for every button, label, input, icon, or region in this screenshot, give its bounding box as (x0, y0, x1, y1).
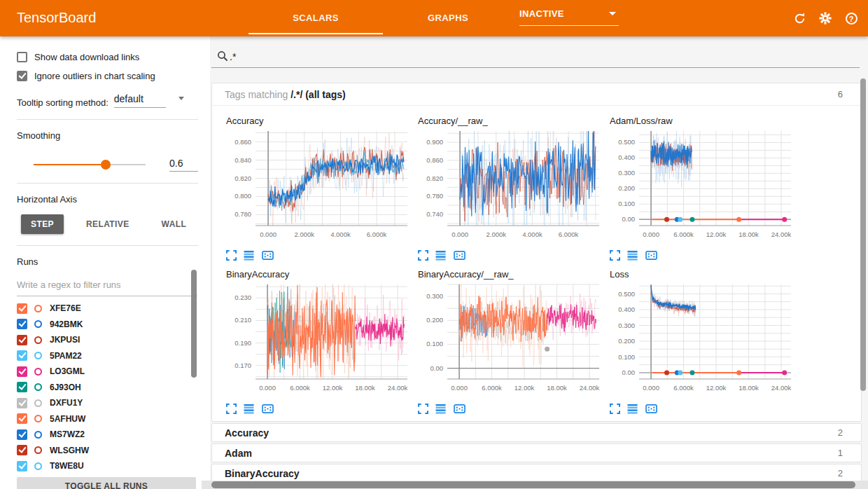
horizontal-scrollbar[interactable] (211, 481, 855, 488)
status-dropdown-value: INACTIVE (519, 8, 564, 19)
svg-text:0.840: 0.840 (234, 156, 251, 164)
expand-chart-icon[interactable] (226, 250, 237, 261)
axis-relative-button[interactable]: RELATIVE (76, 214, 139, 234)
svg-text:0.00: 0.00 (622, 369, 636, 376)
run-color-radio[interactable] (34, 399, 42, 407)
chart-title: BinaryAccuracy/__raw_ (418, 269, 608, 280)
run-name: T8WE8U (50, 461, 84, 471)
run-color-radio[interactable] (34, 383, 42, 391)
run-checkbox[interactable] (17, 319, 27, 329)
fit-domain-icon[interactable] (262, 404, 274, 414)
vertical-scrollbar[interactable] (860, 78, 866, 391)
expand-chart-icon[interactable] (226, 404, 237, 414)
expand-chart-icon[interactable] (610, 404, 620, 414)
slider-thumb[interactable] (101, 160, 111, 170)
run-checkbox[interactable] (17, 429, 27, 440)
run-checkbox[interactable] (17, 413, 27, 424)
section-binaryaccuracy[interactable]: BinaryAccuracy 2 (211, 464, 862, 483)
run-color-radio[interactable] (34, 462, 42, 470)
run-row[interactable]: WLSGHW (17, 443, 198, 459)
tooltip-sorting-label: Tooltip sorting method: (17, 97, 108, 108)
run-checkbox[interactable] (17, 366, 27, 377)
run-color-radio[interactable] (34, 431, 42, 439)
tooltip-sorting-dropdown[interactable]: default (114, 92, 166, 108)
svg-text:0.100: 0.100 (618, 353, 635, 361)
smoothing-slider[interactable] (34, 160, 146, 170)
toggle-y-axis-icon[interactable] (435, 404, 447, 414)
expand-chart-icon[interactable] (418, 250, 428, 261)
run-row[interactable]: MS7WZ2 (17, 427, 198, 443)
svg-text:2.000k: 2.000k (294, 230, 314, 238)
run-color-radio[interactable] (34, 446, 42, 454)
svg-text:0.000: 0.000 (260, 230, 276, 238)
run-checkbox[interactable] (17, 350, 27, 361)
main-content: Tags matching /.*/ (all tags) 6 Accuracy… (210, 36, 868, 489)
section-accuracy[interactable]: Accuracy 2 (211, 423, 862, 442)
svg-text:6.000k: 6.000k (673, 384, 694, 392)
fit-domain-icon[interactable] (645, 404, 657, 414)
tab-scalars[interactable]: SCALARS (248, 0, 383, 36)
run-checkbox[interactable] (17, 461, 27, 471)
tags-card-header[interactable]: Tags matching /.*/ (all tags) 6 (212, 83, 861, 106)
svg-text:0.200: 0.200 (426, 316, 443, 324)
run-filter-input[interactable] (17, 277, 197, 296)
tab-graphs[interactable]: GRAPHS (402, 0, 493, 36)
svg-text:6.000k: 6.000k (367, 230, 387, 238)
fit-domain-icon[interactable] (262, 250, 274, 261)
chart-title: Accuracy (226, 116, 416, 126)
run-checkbox[interactable] (17, 445, 27, 455)
run-row[interactable]: JKPUSI (17, 332, 198, 348)
section-adam[interactable]: Adam 1 (211, 443, 862, 462)
svg-text:0.170: 0.170 (234, 361, 251, 369)
run-row[interactable]: DXFU1Y (17, 395, 198, 411)
toggle-y-axis-icon[interactable] (244, 250, 255, 261)
svg-text:12.00k: 12.00k (706, 384, 727, 392)
show-download-links-checkbox[interactable]: Show data download links (17, 52, 198, 62)
run-row[interactable]: 942BMK (17, 317, 198, 333)
run-color-radio[interactable] (34, 320, 42, 328)
help-icon[interactable]: ? (844, 11, 858, 25)
run-color-radio[interactable] (34, 368, 42, 376)
run-row[interactable]: XFE76E (17, 301, 198, 317)
settings-sidebar: Show data download links Ignore outliers… (0, 36, 210, 489)
fit-domain-icon[interactable] (454, 250, 465, 261)
run-color-radio[interactable] (34, 415, 42, 422)
run-color-radio[interactable] (34, 305, 42, 312)
run-row[interactable]: T8WE8U (17, 458, 198, 473)
runs-scrollbar[interactable] (191, 270, 197, 378)
status-dropdown[interactable]: INACTIVE (519, 8, 619, 26)
svg-text:12.00k: 12.00k (514, 384, 535, 392)
settings-icon[interactable] (818, 11, 832, 25)
chart-plot: 0.5000.4000.3000.2000.1000.000.0006.000k… (608, 128, 794, 247)
run-checkbox[interactable] (17, 303, 27, 314)
axis-step-button[interactable]: STEP (21, 214, 64, 234)
tooltip-sorting-value: default (114, 93, 144, 104)
run-color-radio[interactable] (34, 352, 42, 359)
run-row[interactable]: LO3GML (17, 364, 198, 380)
tab-scalars-label: SCALARS (293, 13, 339, 23)
toggle-y-axis-icon[interactable] (627, 250, 638, 261)
toggle-all-runs-button[interactable]: TOGGLE ALL RUNS (17, 477, 196, 489)
toggle-y-axis-icon[interactable] (435, 250, 447, 261)
run-checkbox[interactable] (17, 335, 27, 345)
run-checkbox[interactable] (17, 398, 27, 408)
expand-chart-icon[interactable] (418, 404, 428, 414)
run-row[interactable]: 6J93OH (17, 380, 198, 396)
axis-wall-button[interactable]: WALL (152, 214, 197, 234)
smoothing-value-field[interactable]: 0.6 (169, 158, 198, 172)
run-row[interactable]: 5PAM22 (17, 348, 198, 364)
tag-filter-input[interactable] (230, 51, 510, 62)
svg-text:4.000k: 4.000k (522, 230, 542, 238)
run-checkbox[interactable] (17, 382, 27, 392)
run-row[interactable]: 5AFHUW (17, 411, 198, 427)
smoothing-label: Smoothing (17, 130, 198, 141)
svg-text:0.230: 0.230 (234, 294, 251, 301)
fit-domain-icon[interactable] (454, 404, 465, 414)
toggle-y-axis-icon[interactable] (627, 404, 638, 414)
expand-chart-icon[interactable] (610, 250, 620, 261)
fit-domain-icon[interactable] (645, 250, 657, 261)
refresh-icon[interactable] (792, 11, 806, 25)
ignore-outliers-checkbox[interactable]: Ignore outliers in chart scaling (17, 71, 198, 81)
toggle-y-axis-icon[interactable] (244, 404, 255, 414)
run-color-radio[interactable] (34, 336, 42, 344)
